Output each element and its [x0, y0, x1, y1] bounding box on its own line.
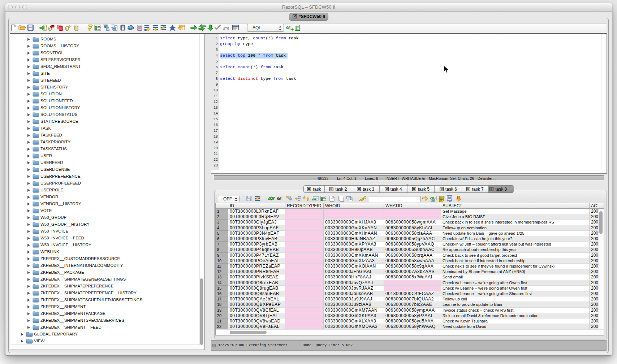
svg-text:66: 66	[277, 196, 282, 201]
svg-text:66: 66	[286, 25, 291, 30]
